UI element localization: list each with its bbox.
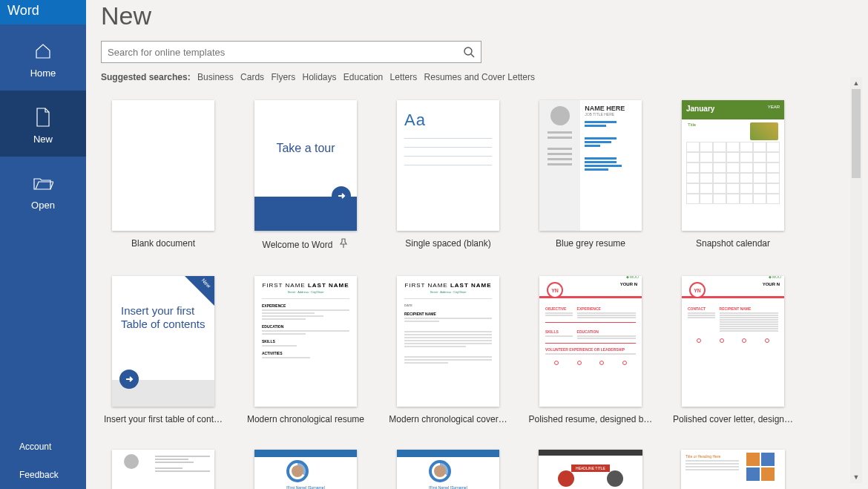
template-polished-cover[interactable]: ◆ MOO YN YOUR N CONTACT RECIPIENT NAME [671,276,795,424]
template-card[interactable] [101,450,226,489]
suggested-link[interactable]: Business [197,72,234,82]
thumb-text: RECIPIENT NAME [404,312,492,316]
nav-open[interactable]: Open [0,157,86,223]
template-thumb: Title or Heading Here [681,450,785,489]
arrow-right-icon [119,370,139,389]
main: New Suggested searches: Business Cards F… [86,0,868,489]
thumb-text: LAST NAME [450,282,492,289]
search-box [101,41,481,63]
template-blue-grey-resume[interactable]: NAME HERE JOB TITLE HERE Blue grey resum… [528,100,653,251]
template-snapshot-calendar[interactable]: JanuaryYEAR Title Snapshot calendar [671,100,795,251]
template-caption: Blank document [131,238,195,249]
thumb-text: LAST NAME [308,282,349,289]
template-caption: Snapshot calendar [696,238,770,249]
template-polished-resume[interactable]: ◆ MOO YN YOUR N OBJECTIVE EXPERIENCE SKI… [528,276,653,424]
template-single-spaced[interactable]: Aa Single spaced (blank) [386,100,510,251]
template-caption: Polished resume, designed b… [529,414,653,424]
sidebar-bottom: Account Feedback [0,433,86,489]
template-card[interactable]: Title or Heading Here [671,450,795,489]
template-thumb [112,450,214,489]
scroll-thumb[interactable] [852,89,861,178]
suggested-link[interactable]: Holidays [302,72,336,82]
nav: Home New Open [0,24,86,433]
template-card[interactable]: [First Name] [Surname] [243,450,368,489]
search-icon [463,46,475,58]
template-card[interactable]: [First Name] [Surname] [386,450,510,489]
suggested-link[interactable]: Resumes and Cover Letters [424,72,535,82]
suggested-searches: Suggested searches: Business Cards Flyer… [101,72,846,82]
template-caption: Single spaced (blank) [405,238,490,249]
suggested-link[interactable]: Flyers [271,72,295,82]
page-title: New [101,1,846,30]
thumb-text: EXPERIENCE [262,303,349,308]
template-thumb: [First Name] [Surname] [397,450,499,489]
template-modern-resume[interactable]: FIRST NAME LAST NAME Street · Address · … [243,276,368,424]
thumb-text: VOLUNTEER EXPERIENCE OR LEADERSHIP [545,347,636,352]
template-thumb: JanuaryYEAR Title [682,100,784,231]
thumb-badge: New [201,278,212,289]
template-thumb: NAME HERE JOB TITLE HERE [539,100,642,231]
svg-line-1 [471,54,474,57]
template-thumb: ◆ MOO YN YOUR N OBJECTIVE EXPERIENCE SKI… [539,276,642,407]
template-card[interactable]: HEADLINE TITLE [528,450,653,489]
thumb-text: HEADLINE TITLE [571,465,610,472]
template-caption: Insert your first table of cont… [104,414,223,424]
template-blank-document[interactable]: Blank document [101,100,226,251]
thumb-text: ◆ MOO [626,276,639,279]
scroll-down-button[interactable]: ▼ [850,471,862,483]
template-caption: Modern chronological cover… [389,414,507,424]
template-thumb [112,100,214,231]
thumb-text: Title [688,122,696,127]
scrollbar[interactable]: ▲ ▼ [850,77,862,483]
template-thumb: FIRST NAME LAST NAME Street · Address · … [254,276,357,407]
template-thumb: HEADLINE TITLE [539,450,642,489]
svg-point-0 [464,47,472,55]
template-thumb: [First Name] [Surname] [254,450,357,489]
nav-open-label: Open [31,200,55,211]
feedback-link[interactable]: Feedback [0,461,86,489]
sidebar: Word Home New Open Account [0,0,86,489]
thumb-text: YOUR N [763,282,780,286]
template-welcome-to-word[interactable]: Take a tour Welcome to Word [243,100,368,251]
thumb-text: FIRST NAME [262,282,305,289]
thumb-text: JOB TITLE HERE [585,112,637,116]
template-thumb: ◆ MOO YN YOUR N CONTACT RECIPIENT NAME [682,276,784,407]
template-gallery: Blank document Take a tour Welcome to Wo… [101,100,846,489]
open-folder-icon [33,173,53,194]
thumb-text: ACTIVITIES [262,351,349,355]
pin-icon[interactable] [338,238,349,251]
nav-new[interactable]: New [0,91,86,157]
thumb-text: CONTACT [688,306,715,311]
thumb-text: EDUCATION [262,324,349,329]
thumb-text: SKILLS [262,339,349,344]
suggested-link[interactable]: Cards [240,72,264,82]
suggested-link[interactable]: Letters [390,72,418,82]
thumb-text: YN [689,282,706,298]
template-table-of-contents[interactable]: New Insert your first Table of contents … [101,276,226,424]
search-input[interactable] [102,42,457,62]
thumb-text: YOUR N [620,282,637,286]
search-button[interactable] [457,42,481,62]
app-root: Word Home New Open Account [0,0,868,489]
template-thumb: Take a tour [254,100,357,231]
nav-home[interactable]: Home [0,24,86,91]
thumb-text: SKILLS [545,329,573,334]
thumb-text: ◆ MOO [769,276,781,279]
thumb-text: Title or Heading Here [685,454,739,459]
template-caption: Welcome to Word [263,240,333,250]
scroll-up-button[interactable]: ▲ [850,77,862,89]
thumb-text: YEAR [768,105,780,115]
template-caption: Polished cover letter, design… [673,414,793,424]
thumb-text: [First Name] [Surname] [429,485,467,489]
template-modern-cover[interactable]: FIRST NAME LAST NAME Street · Address · … [386,276,510,424]
thumb-text: RECIPIENT NAME [720,306,778,311]
thumb-text: YN [547,282,563,298]
nav-home-label: Home [30,68,56,79]
brand: Word [0,0,86,24]
account-link[interactable]: Account [0,433,86,461]
thumb-text: FIRST NAME [404,282,447,289]
suggested-link[interactable]: Education [343,72,383,82]
new-document-icon [33,107,53,128]
thumb-text: [First Name] [Surname] [286,485,325,489]
nav-new-label: New [33,134,53,145]
